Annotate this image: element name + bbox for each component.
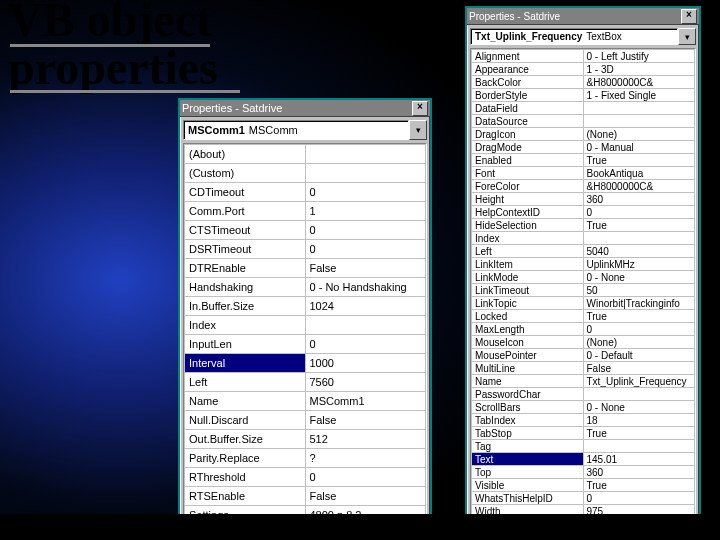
property-value[interactable]: 360 — [583, 466, 695, 479]
property-name[interactable]: MouseIcon — [472, 336, 584, 349]
property-name[interactable]: Text — [472, 453, 584, 466]
property-name[interactable]: Height — [472, 193, 584, 206]
property-row[interactable]: DragMode0 - Manual — [472, 141, 695, 154]
property-value[interactable]: 0 — [305, 183, 426, 202]
property-name[interactable]: Interval — [185, 354, 306, 373]
property-name[interactable]: LinkTimeout — [472, 284, 584, 297]
property-name[interactable]: Name — [472, 375, 584, 388]
property-value[interactable]: 0 — [305, 468, 426, 487]
property-row[interactable]: LockedTrue — [472, 310, 695, 323]
property-name[interactable]: DragMode — [472, 141, 584, 154]
property-name[interactable]: DataField — [472, 102, 584, 115]
property-row[interactable]: ScrollBars0 - None — [472, 401, 695, 414]
property-row[interactable]: MultiLineFalse — [472, 362, 695, 375]
property-value[interactable]: 1024 — [305, 297, 426, 316]
property-name[interactable]: ForeColor — [472, 180, 584, 193]
property-row[interactable]: NameMSComm1 — [185, 392, 426, 411]
property-row[interactable]: VisibleTrue — [472, 479, 695, 492]
property-value[interactable]: 0 — [305, 240, 426, 259]
property-value[interactable]: 0 — [305, 335, 426, 354]
property-row[interactable]: Left7560 — [185, 373, 426, 392]
property-name[interactable]: Index — [472, 232, 584, 245]
property-name[interactable]: RTSEnable — [185, 487, 306, 506]
property-value[interactable]: 0 - Default — [583, 349, 695, 362]
property-row[interactable]: DataSource — [472, 115, 695, 128]
property-name[interactable]: Top — [472, 466, 584, 479]
property-value[interactable]: 50 — [583, 284, 695, 297]
property-value[interactable]: 0 - No Handshaking — [305, 278, 426, 297]
property-name[interactable]: MaxLength — [472, 323, 584, 336]
property-value[interactable] — [583, 440, 695, 453]
property-name[interactable]: TabIndex — [472, 414, 584, 427]
property-row[interactable]: TabIndex18 — [472, 414, 695, 427]
property-row[interactable]: MaxLength0 — [472, 323, 695, 336]
property-value[interactable]: True — [583, 479, 695, 492]
property-value[interactable]: Winorbit|Trackinginfo — [583, 297, 695, 310]
property-name[interactable]: Index — [185, 316, 306, 335]
property-row[interactable]: HideSelectionTrue — [472, 219, 695, 232]
property-row[interactable]: (Custom) — [185, 164, 426, 183]
property-name[interactable]: MousePointer — [472, 349, 584, 362]
property-row[interactable]: In.Buffer.Size1024 — [185, 297, 426, 316]
property-value[interactable]: (None) — [583, 128, 695, 141]
property-name[interactable]: WhatsThisHelpID — [472, 492, 584, 505]
property-value[interactable] — [305, 164, 426, 183]
property-value[interactable]: (None) — [583, 336, 695, 349]
property-row[interactable]: Out.Buffer.Size512 — [185, 430, 426, 449]
property-value[interactable]: 5040 — [583, 245, 695, 258]
property-row[interactable]: RTSEnableFalse — [185, 487, 426, 506]
property-value[interactable]: 145.01 — [583, 453, 695, 466]
property-name[interactable]: CDTimeout — [185, 183, 306, 202]
property-value[interactable]: ? — [305, 449, 426, 468]
property-name[interactable]: HideSelection — [472, 219, 584, 232]
property-value[interactable]: 0 - Left Justify — [583, 50, 695, 63]
property-value[interactable]: 0 — [583, 323, 695, 336]
property-row[interactable]: BorderStyle1 - Fixed Single — [472, 89, 695, 102]
property-row[interactable]: RThreshold0 — [185, 468, 426, 487]
property-value[interactable]: &H8000000C& — [583, 180, 695, 193]
property-row[interactable]: Left5040 — [472, 245, 695, 258]
property-name[interactable]: DataSource — [472, 115, 584, 128]
property-name[interactable]: Left — [185, 373, 306, 392]
property-name[interactable]: Null.Discard — [185, 411, 306, 430]
property-value[interactable]: UplinkMHz — [583, 258, 695, 271]
property-row[interactable]: Top360 — [472, 466, 695, 479]
property-value[interactable]: 0 - Manual — [583, 141, 695, 154]
property-name[interactable]: LinkItem — [472, 258, 584, 271]
property-value[interactable]: True — [583, 154, 695, 167]
property-value[interactable]: &H8000000C& — [583, 76, 695, 89]
property-value[interactable] — [583, 388, 695, 401]
property-row[interactable]: ForeColor&H8000000C& — [472, 180, 695, 193]
chevron-down-icon[interactable]: ▾ — [678, 28, 696, 45]
property-value[interactable] — [583, 102, 695, 115]
property-row[interactable]: LinkMode0 - None — [472, 271, 695, 284]
property-row[interactable]: CTSTimeout0 — [185, 221, 426, 240]
property-value[interactable]: 0 — [305, 221, 426, 240]
property-name[interactable]: Alignment — [472, 50, 584, 63]
property-value[interactable]: False — [305, 411, 426, 430]
property-row[interactable]: Tag — [472, 440, 695, 453]
property-value[interactable]: 1 — [305, 202, 426, 221]
property-row[interactable]: BackColor&H8000000C& — [472, 76, 695, 89]
property-name[interactable]: Locked — [472, 310, 584, 323]
object-combobox[interactable]: MSComm1 MSComm ▾ — [183, 120, 427, 140]
object-combobox[interactable]: Txt_Uplink_Frequency TextBox ▾ — [470, 28, 696, 45]
property-row[interactable]: MouseIcon(None) — [472, 336, 695, 349]
property-name[interactable]: Out.Buffer.Size — [185, 430, 306, 449]
property-name[interactable]: Left — [472, 245, 584, 258]
property-value[interactable]: 0 — [583, 206, 695, 219]
property-row[interactable]: Comm.Port1 — [185, 202, 426, 221]
property-value[interactable] — [583, 115, 695, 128]
property-name[interactable]: DTREnable — [185, 259, 306, 278]
property-value[interactable]: 1000 — [305, 354, 426, 373]
property-value[interactable]: False — [305, 487, 426, 506]
property-name[interactable]: Comm.Port — [185, 202, 306, 221]
property-row[interactable]: FontBookAntiqua — [472, 167, 695, 180]
property-row[interactable]: NameTxt_Uplink_Frequency — [472, 375, 695, 388]
property-value[interactable]: 1 - Fixed Single — [583, 89, 695, 102]
property-value[interactable] — [305, 316, 426, 335]
property-value[interactable]: 0 — [583, 492, 695, 505]
property-name[interactable]: (About) — [185, 145, 306, 164]
property-row[interactable]: HelpContextID0 — [472, 206, 695, 219]
property-row[interactable]: DTREnableFalse — [185, 259, 426, 278]
